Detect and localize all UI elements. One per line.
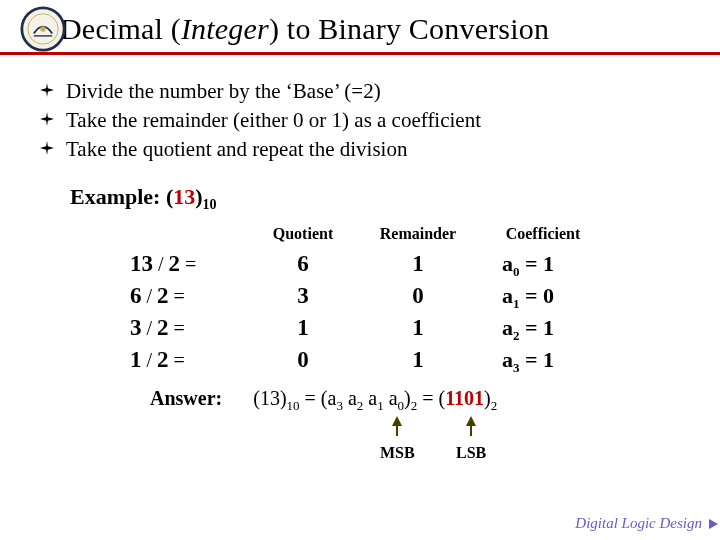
star-cross-icon bbox=[40, 141, 54, 159]
divisor: 2 bbox=[157, 315, 169, 340]
column-headers: Quotient Remainder Coefficient bbox=[130, 225, 720, 243]
ans-rhs-base2: 2 bbox=[491, 398, 498, 413]
coef-a: a bbox=[502, 283, 513, 308]
division-cell: 3 / 2 = bbox=[130, 313, 248, 342]
arrow-annotations bbox=[300, 416, 720, 444]
bullet-item: Take the remainder (either 0 or 1) as a … bbox=[40, 108, 680, 133]
answer-label: Answer: bbox=[150, 387, 222, 409]
table-row: 1 / 2 = 0 1 a3 = 1 bbox=[130, 345, 720, 377]
col-coefficient: Coefficient bbox=[478, 225, 608, 243]
ans-eq1: = (a bbox=[300, 387, 337, 409]
ans-sp1: a bbox=[343, 387, 357, 409]
example-base: 10 bbox=[203, 197, 217, 212]
remainder-cell: 0 bbox=[358, 281, 478, 310]
coefficient-cell: a0 = 1 bbox=[478, 250, 628, 281]
op-text: / bbox=[142, 317, 158, 339]
ans-sp2: a bbox=[363, 387, 377, 409]
slide-title: Decimal (Integer) to Binary Conversion bbox=[60, 12, 700, 46]
answer-expression: (13)10 = (a3 a2 a1 a0)2 = (1101)2 bbox=[227, 387, 497, 409]
coef-eq: = bbox=[520, 283, 544, 308]
arrow-up-icon bbox=[466, 416, 476, 426]
seal-logo bbox=[20, 6, 66, 52]
ans-close2: ) bbox=[404, 387, 411, 409]
table-row: 6 / 2 = 3 0 a1 = 0 bbox=[130, 281, 720, 313]
example-label: Example: ( bbox=[70, 184, 173, 209]
bullet-list: Divide the number by the ‘Base’ (=2) Tak… bbox=[0, 55, 720, 176]
svg-point-2 bbox=[40, 26, 46, 32]
example-heading: Example: (13)10 bbox=[0, 176, 720, 225]
divisor: 2 bbox=[157, 283, 169, 308]
coef-eq: = bbox=[520, 347, 544, 372]
title-italic: Integer bbox=[181, 12, 269, 45]
dividend: 1 bbox=[130, 347, 142, 372]
bullet-text: Divide the number by the ‘Base’ (=2) bbox=[66, 79, 381, 104]
coefficient-cell: a2 = 1 bbox=[478, 314, 628, 345]
divisor: 2 bbox=[157, 347, 169, 372]
remainder-cell: 1 bbox=[358, 313, 478, 342]
eq-text: = bbox=[169, 285, 185, 307]
coef-a: a bbox=[502, 251, 513, 276]
dividend: 13 bbox=[130, 251, 153, 276]
coefficient-cell: a3 = 1 bbox=[478, 346, 628, 377]
answer-line: Answer: (13)10 = (a3 a2 a1 a0)2 = (1101)… bbox=[0, 377, 720, 414]
coef-eq: = bbox=[520, 315, 544, 340]
op-text: / bbox=[142, 285, 158, 307]
lsb-label: LSB bbox=[456, 444, 486, 462]
ans-binary: 1101 bbox=[445, 387, 484, 409]
divisor: 2 bbox=[169, 251, 181, 276]
table-row: 13 / 2 = 6 1 a0 = 1 bbox=[130, 249, 720, 281]
dividend: 6 bbox=[130, 283, 142, 308]
star-cross-icon bbox=[40, 112, 54, 130]
coef-a: a bbox=[502, 347, 513, 372]
division-cell: 6 / 2 = bbox=[130, 281, 248, 310]
example-close: ) bbox=[195, 184, 202, 209]
dividend: 3 bbox=[130, 315, 142, 340]
star-cross-icon bbox=[40, 83, 54, 101]
coef-a: a bbox=[502, 315, 513, 340]
bullet-text: Take the quotient and repeat the divisio… bbox=[66, 137, 407, 162]
arrow-up-icon bbox=[392, 416, 402, 426]
table-row: 3 / 2 = 1 1 a2 = 1 bbox=[130, 313, 720, 345]
coef-value: 1 bbox=[543, 251, 554, 276]
title-prefix: Decimal ( bbox=[60, 12, 181, 45]
quotient-cell: 6 bbox=[248, 249, 358, 278]
chevron-right-icon bbox=[709, 519, 718, 529]
ans-close3: ) bbox=[484, 387, 491, 409]
footer-text: Digital Logic Design bbox=[575, 515, 702, 532]
bullet-item: Take the quotient and repeat the divisio… bbox=[40, 137, 680, 162]
remainder-cell: 1 bbox=[358, 249, 478, 278]
division-cell: 13 / 2 = bbox=[130, 249, 248, 278]
title-suffix: ) to Binary Conversion bbox=[269, 12, 549, 45]
col-remainder: Remainder bbox=[358, 225, 478, 243]
eq-text: = bbox=[169, 317, 185, 339]
col-quotient: Quotient bbox=[248, 225, 358, 243]
quotient-cell: 1 bbox=[248, 313, 358, 342]
ans-lhs: (13) bbox=[253, 387, 286, 409]
coef-value: 1 bbox=[543, 347, 554, 372]
quotient-cell: 0 bbox=[248, 345, 358, 374]
coefficient-cell: a1 = 0 bbox=[478, 282, 628, 313]
eq-text: = bbox=[169, 349, 185, 371]
quotient-cell: 3 bbox=[248, 281, 358, 310]
coef-value: 0 bbox=[543, 283, 554, 308]
work-rows: 13 / 2 = 6 1 a0 = 1 6 / 2 = 3 0 a1 = 0 3… bbox=[130, 249, 720, 377]
bullet-text: Take the remainder (either 0 or 1) as a … bbox=[66, 108, 481, 133]
op-text: / bbox=[153, 253, 169, 275]
bit-labels: MSB LSB bbox=[300, 444, 720, 468]
ans-lhs-base: 10 bbox=[287, 398, 300, 413]
coef-eq: = bbox=[520, 251, 544, 276]
bullet-item: Divide the number by the ‘Base’ (=2) bbox=[40, 79, 680, 104]
ans-sp3: a bbox=[384, 387, 398, 409]
spacer bbox=[130, 225, 248, 243]
coef-value: 1 bbox=[543, 315, 554, 340]
op-text: / bbox=[142, 349, 158, 371]
remainder-cell: 1 bbox=[358, 345, 478, 374]
division-cell: 1 / 2 = bbox=[130, 345, 248, 374]
ans-eq2: = ( bbox=[417, 387, 445, 409]
msb-label: MSB bbox=[380, 444, 415, 462]
example-value: 13 bbox=[173, 184, 195, 209]
worked-example: Quotient Remainder Coefficient 13 / 2 = … bbox=[0, 225, 720, 377]
eq-text: = bbox=[180, 253, 196, 275]
